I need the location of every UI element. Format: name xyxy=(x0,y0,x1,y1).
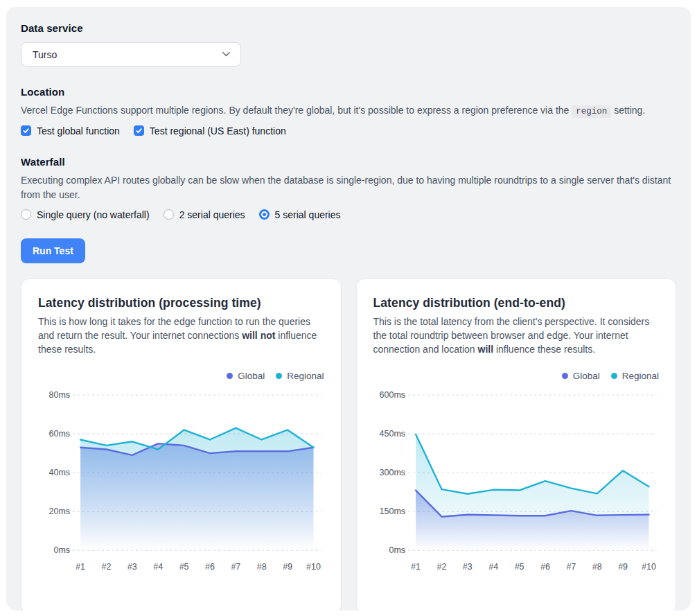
svg-text:80ms: 80ms xyxy=(48,390,70,400)
svg-text:#3: #3 xyxy=(462,562,472,572)
legend-label: Global xyxy=(238,371,265,381)
svg-text:#4: #4 xyxy=(488,562,498,572)
waterfall-description: Executing complex API routes globally ca… xyxy=(21,173,676,202)
svg-text:#10: #10 xyxy=(306,562,321,572)
legend-regional: Regional xyxy=(611,371,659,381)
svg-text:#9: #9 xyxy=(283,562,292,572)
checkbox-test-regional-function[interactable]: Test regional (US East) function xyxy=(134,125,286,137)
processing-time-chart: 0ms20ms40ms60ms80ms#1#2#3#4#5#6#7#8#9#10 xyxy=(38,384,324,585)
end-to-end-card: Latency distribution (end-to-end) This i… xyxy=(356,279,677,610)
svg-text:60ms: 60ms xyxy=(48,429,70,439)
region-code-chip: region xyxy=(572,105,611,118)
location-heading: Location xyxy=(21,86,676,98)
legend-dot-regional xyxy=(611,373,617,379)
processing-time-card: Latency distribution (processing time) T… xyxy=(21,279,342,610)
legend-label: Regional xyxy=(622,371,659,381)
svg-text:#10: #10 xyxy=(642,562,656,572)
card-title: Latency distribution (end-to-end) xyxy=(373,296,660,310)
svg-text:#1: #1 xyxy=(411,562,421,572)
radio-icon[interactable] xyxy=(21,209,31,220)
svg-text:#2: #2 xyxy=(436,562,446,572)
svg-text:0ms: 0ms xyxy=(53,545,70,555)
svg-text:600ms: 600ms xyxy=(379,390,405,400)
radio-label: Single query (no waterfall) xyxy=(37,209,150,220)
radio-2-serial-queries[interactable]: 2 serial queries xyxy=(164,209,245,220)
check-icon xyxy=(135,127,143,134)
radio-label: 2 serial queries xyxy=(179,209,245,220)
svg-text:#3: #3 xyxy=(127,562,137,572)
svg-text:#7: #7 xyxy=(566,562,576,572)
legend-global: Global xyxy=(562,371,600,381)
checkbox-label: Test regional (US East) function xyxy=(150,125,286,137)
svg-text:#6: #6 xyxy=(205,562,215,572)
run-test-button[interactable]: Run Test xyxy=(21,238,85,263)
page: Data service Turso Location Vercel Edge … xyxy=(0,0,697,616)
location-description: Vercel Edge Functions support multiple r… xyxy=(21,103,676,118)
svg-text:40ms: 40ms xyxy=(48,468,70,477)
card-description: This is the total latency from the clien… xyxy=(373,315,660,357)
svg-text:#6: #6 xyxy=(540,562,550,572)
waterfall-section: Waterfall Executing complex API routes g… xyxy=(21,156,676,220)
chevron-down-icon xyxy=(222,51,231,58)
location-checkbox-row: Test global function Test regional (US E… xyxy=(21,125,676,137)
legend-label: Regional xyxy=(287,371,324,381)
svg-text:450ms: 450ms xyxy=(379,429,405,439)
svg-text:#4: #4 xyxy=(153,562,163,572)
location-description-text: Vercel Edge Functions support multiple r… xyxy=(21,105,572,116)
legend-dot-global xyxy=(227,373,233,379)
svg-text:300ms: 300ms xyxy=(379,468,405,477)
checkbox-label: Test global function xyxy=(37,125,120,137)
legend-regional: Regional xyxy=(276,371,324,381)
checkbox-icon[interactable] xyxy=(21,125,31,136)
waterfall-heading: Waterfall xyxy=(21,156,676,168)
waterfall-radio-row: Single query (no waterfall) 2 serial que… xyxy=(21,209,676,220)
svg-text:#9: #9 xyxy=(618,562,628,572)
data-service-heading: Data service xyxy=(21,22,676,34)
data-service-section: Data service Turso xyxy=(21,22,676,67)
card-title: Latency distribution (processing time) xyxy=(38,296,324,310)
data-service-selected-value: Turso xyxy=(33,49,57,60)
checkbox-icon[interactable] xyxy=(134,125,144,136)
card-description: This is how long it takes for the edge f… xyxy=(38,315,324,357)
location-section: Location Vercel Edge Functions support m… xyxy=(21,86,676,137)
svg-text:#2: #2 xyxy=(102,562,112,572)
svg-text:20ms: 20ms xyxy=(48,507,70,516)
chart-legend: Global Regional xyxy=(373,371,660,381)
latency-test-panel: Data service Turso Location Vercel Edge … xyxy=(6,7,691,610)
radio-single-query[interactable]: Single query (no waterfall) xyxy=(21,209,150,220)
radio-icon[interactable] xyxy=(164,209,174,220)
svg-text:#5: #5 xyxy=(179,562,189,572)
svg-text:#1: #1 xyxy=(76,562,85,572)
radio-icon[interactable] xyxy=(259,209,270,220)
radio-label: 5 serial queries xyxy=(275,209,341,220)
location-description-tail: setting. xyxy=(611,105,645,116)
svg-text:#8: #8 xyxy=(592,562,601,572)
legend-label: Global xyxy=(573,371,600,381)
svg-text:#7: #7 xyxy=(231,562,240,572)
legend-dot-regional xyxy=(276,373,282,379)
checkbox-test-global-function[interactable]: Test global function xyxy=(21,125,120,137)
svg-text:#8: #8 xyxy=(257,562,267,572)
svg-text:0ms: 0ms xyxy=(389,545,405,555)
charts-row: Latency distribution (processing time) T… xyxy=(21,279,676,610)
svg-text:150ms: 150ms xyxy=(379,507,405,516)
end-to-end-chart: 0ms150ms300ms450ms600ms#1#2#3#4#5#6#7#8#… xyxy=(373,384,660,585)
chart-legend: Global Regional xyxy=(38,371,324,381)
svg-text:#5: #5 xyxy=(514,562,524,572)
legend-dot-global xyxy=(562,373,568,379)
legend-global: Global xyxy=(227,371,265,381)
check-icon xyxy=(22,127,30,134)
data-service-select[interactable]: Turso xyxy=(21,42,241,67)
radio-5-serial-queries[interactable]: 5 serial queries xyxy=(259,209,341,220)
